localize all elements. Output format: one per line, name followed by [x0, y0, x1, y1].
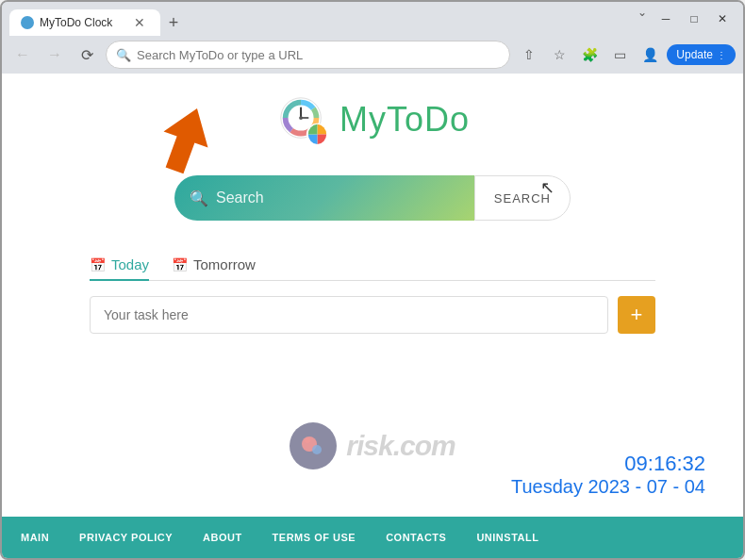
search-bar: 🔍 SEARCH [174, 175, 571, 221]
search-icon: 🔍 [190, 189, 208, 207]
arrow-icon [148, 102, 224, 177]
sidebar-icon[interactable]: ▭ [606, 41, 633, 68]
logo-area: MyToDo [275, 92, 470, 147]
tab-today[interactable]: 📅 Today [90, 249, 149, 280]
svg-point-5 [299, 116, 303, 120]
clock-area: 09:16:32 Tuesday 2023 - 07 - 04 [2, 442, 743, 517]
tab-today-label: Today [111, 256, 149, 272]
arrow-annotation [148, 102, 224, 181]
add-task-button[interactable]: + [618, 296, 655, 334]
close-button[interactable]: ✕ [709, 6, 736, 32]
task-area: + [52, 281, 693, 349]
svg-marker-0 [153, 102, 220, 177]
browser-tab[interactable]: MyToDo Clock ✕ [9, 9, 160, 36]
bookmark-icon[interactable]: ☆ [546, 41, 572, 68]
footer: MAIN PRIVACY POLICY ABOUT TERMS OF USE C… [2, 517, 743, 558]
tab-tomorrow[interactable]: 📅 Tomorrow [172, 249, 256, 280]
tab-tomorrow-label: Tomorrow [193, 256, 256, 272]
footer-contacts[interactable]: CONTACTS [371, 532, 461, 543]
reload-button[interactable]: ⟳ [74, 41, 100, 68]
update-chevron: ⋮ [717, 50, 726, 60]
minimize-button[interactable]: ─ [653, 6, 679, 32]
footer-terms[interactable]: TERMS OF USE [257, 532, 372, 543]
search-input-area[interactable]: 🔍 [174, 175, 474, 221]
search-icon: 🔍 [116, 48, 131, 62]
extensions-icon[interactable]: 🧩 [576, 41, 603, 68]
chevron-icon: ⌄ [637, 6, 647, 32]
calendar-icon-today: 📅 [90, 257, 106, 272]
clock-time: 09:16:32 [2, 452, 705, 476]
tab-favicon [21, 16, 34, 29]
tab-row: 📅 Today 📅 Tomorrow [90, 249, 655, 281]
new-tab-button[interactable]: + [160, 9, 187, 36]
tab-close-btn[interactable]: ✕ [130, 13, 149, 32]
footer-main[interactable]: MAIN [21, 532, 64, 543]
update-button[interactable]: Update ⋮ [667, 44, 736, 65]
tab-area: MyToDo Clock ✕ + [9, 2, 626, 36]
app-area: MyToDo 🔍 SEARCH 📅 Today 📅 [2, 74, 743, 517]
footer-about[interactable]: ABOUT [188, 532, 257, 543]
address-input[interactable] [137, 48, 500, 62]
browser-frame: MyToDo Clock ✕ + ⌄ ─ □ ✕ ← → ⟳ 🔍 ⇧ ☆ 🧩 ▭… [0, 0, 745, 560]
tab-title: MyToDo Clock [40, 16, 112, 29]
footer-uninstall[interactable]: UNINSTALL [461, 532, 554, 543]
window-controls: ⌄ ─ □ ✕ [637, 6, 736, 32]
task-input[interactable] [90, 296, 608, 334]
address-bar[interactable]: 🔍 [106, 41, 510, 69]
app-logo [275, 92, 330, 147]
calendar-icon-tomorrow: 📅 [172, 257, 188, 272]
browser-toolbar: ← → ⟳ 🔍 ⇧ ☆ 🧩 ▭ 👤 Update ⋮ [2, 36, 743, 74]
search-button[interactable]: SEARCH [474, 175, 571, 221]
tabs-area: 📅 Today 📅 Tomorrow [52, 249, 693, 281]
share-icon[interactable]: ⇧ [516, 41, 542, 68]
update-label: Update [676, 48, 713, 61]
maximize-button[interactable]: □ [681, 6, 707, 32]
search-input[interactable] [216, 189, 459, 206]
cursor: ↖ [540, 177, 555, 198]
toolbar-actions: ⇧ ☆ 🧩 ▭ 👤 Update ⋮ [516, 41, 736, 68]
app-name: MyToDo [339, 100, 470, 140]
footer-privacy[interactable]: PRIVACY POLICY [64, 532, 188, 543]
profile-icon[interactable]: 👤 [637, 41, 663, 68]
clock-date: Tuesday 2023 - 07 - 04 [2, 476, 705, 498]
back-button[interactable]: ← [9, 41, 36, 68]
browser-titlebar: MyToDo Clock ✕ + ⌄ ─ □ ✕ [2, 2, 743, 36]
page-content: MyToDo 🔍 SEARCH 📅 Today 📅 [2, 74, 743, 517]
forward-button[interactable]: → [41, 41, 68, 68]
